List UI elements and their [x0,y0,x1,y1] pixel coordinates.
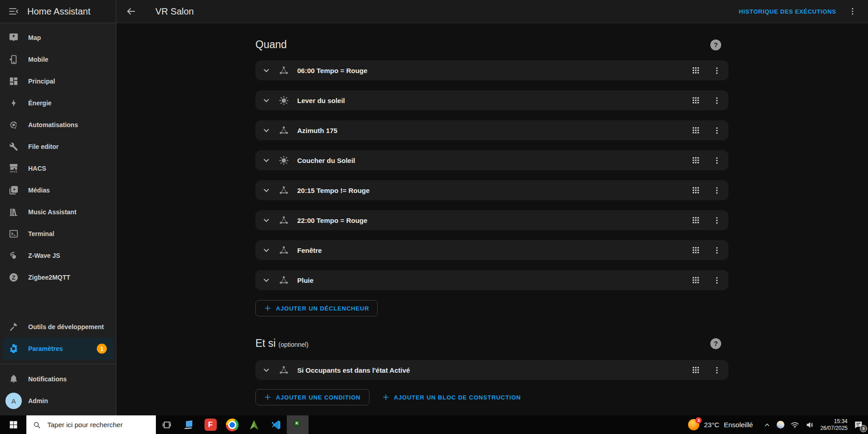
chrome-profile-badge: K [294,420,300,427]
taskbar-weather[interactable]: 3 23°C Ensoleillé [688,419,753,430]
sidebar-item-admin[interactable]: A Admin [0,390,116,412]
trigger-row[interactable]: Coucher du Soleil [255,150,728,170]
sidebar-item-hacs[interactable]: HACS HACS [0,158,116,179]
taskbar-app-chrome[interactable] [221,415,243,434]
drag-handle-icon[interactable] [692,126,700,134]
menu-toggle-icon[interactable] [8,6,19,17]
add-trigger-button[interactable]: AJOUTER UN DÉCLENCHEUR [255,300,378,316]
help-icon[interactable]: ? [710,39,721,50]
clock-date: 26/07/2025 [820,425,848,432]
row-menu-icon[interactable] [713,246,721,255]
trigger-label: Lever du soleil [297,97,345,104]
add-condition-button[interactable]: AJOUTER UNE CONDITION [255,389,369,405]
row-menu-icon[interactable] [713,186,721,195]
row-menu-icon[interactable] [713,156,721,165]
sidebar-item-notifications[interactable]: Notifications [0,368,116,390]
trigger-label: 22:00 Tempo = Rouge [297,217,367,224]
volume-icon[interactable] [805,420,814,429]
sidebar-item-automatisations[interactable]: Automatisations [0,114,116,136]
chevron-down-icon[interactable] [261,95,272,106]
row-menu-icon[interactable] [713,66,721,75]
wifi-icon[interactable] [790,420,799,429]
drag-handle-icon[interactable] [692,156,700,164]
sidebar-item-parametres[interactable]: Paramètres 1 [3,338,113,360]
taskbar-app-laptop[interactable] [178,415,200,434]
trigger-row[interactable]: Pluie [255,270,728,290]
taskbar-app-green-arrow[interactable] [243,415,265,434]
sidebar-item-file-editor[interactable]: File editor [0,136,116,158]
tray-weather-moon-icon[interactable] [777,421,784,429]
sun-icon [279,95,289,106]
trigger-row[interactable]: 22:00 Tempo = Rouge [255,210,728,230]
sidebar-item-label: Map [28,34,41,41]
chevron-down-icon[interactable] [261,245,272,256]
sidebar-item-music-assistant[interactable]: Music Assistant [0,201,116,223]
chevron-up-icon[interactable] [763,421,771,429]
sidebar-item-label: Notifications [28,375,67,383]
drag-handle-icon[interactable] [692,216,700,224]
trigger-label: 06:00 Tempo = Rouge [297,67,367,74]
drag-handle-icon[interactable] [692,276,700,284]
vscode-icon [270,419,282,431]
trigger-row[interactable]: Fenêtre [255,240,728,260]
trigger-row[interactable]: 06:00 Tempo = Rouge [255,60,728,80]
row-menu-icon[interactable] [713,216,721,225]
drag-handle-icon[interactable] [692,66,700,74]
windows-logo-icon [9,420,18,429]
run-history-button[interactable]: HISTORIQUE DES EXÉCUTIONS [739,8,836,15]
sidebar-item-dev-tools[interactable]: Outils de développement [0,316,116,338]
taskbar-app-vscode[interactable] [265,415,287,434]
chevron-down-icon[interactable] [261,155,272,166]
tooltip-account-icon [8,32,19,43]
chevron-down-icon[interactable] [261,365,272,375]
add-building-block-button[interactable]: AJOUTER UN BLOC DE CONSTRUCTION [376,389,528,405]
play-box-icon [8,185,19,196]
row-menu-icon[interactable] [713,96,721,105]
sidebar-item-zwave-js[interactable]: Z Z-Wave JS [0,245,116,266]
sidebar-item-map[interactable]: Map [0,27,116,49]
weather-alert-badge: 3 [695,417,702,424]
drag-handle-icon[interactable] [692,186,700,194]
sidebar-item-energie[interactable]: Énergie [0,92,116,114]
sidebar-item-label: Music Assistant [28,208,76,216]
row-menu-icon[interactable] [713,366,721,375]
taskbar-app-chrome-profile[interactable]: K [287,415,309,434]
avatar: A [8,395,19,406]
weather-sun-icon: 3 [688,419,699,430]
header-menu-icon[interactable] [848,7,857,16]
taskbar-app-red-f[interactable]: F [200,415,221,434]
row-menu-icon[interactable] [713,276,721,285]
row-menu-icon[interactable] [713,126,721,135]
chevron-down-icon[interactable] [261,275,272,286]
drag-handle-icon[interactable] [692,246,700,254]
sun-icon [279,155,289,166]
taskbar-clock[interactable]: 15:34 26/07/2025 [820,418,848,432]
sidebar-item-terminal[interactable]: Terminal [0,223,116,245]
chevron-down-icon[interactable] [261,65,272,76]
optional-label: (optionnel) [279,341,309,348]
help-icon[interactable]: ? [710,338,721,349]
back-button[interactable] [125,5,137,17]
chevron-down-icon[interactable] [261,215,272,226]
taskbar-search[interactable]: Taper ici pour rechercher [26,415,156,434]
task-view-button[interactable] [156,415,178,434]
sidebar-item-zigbee2mqtt[interactable]: Z Zigbee2MQTT [0,266,116,288]
trigger-row[interactable]: 20:15 Tempo != Rouge [255,180,728,200]
trigger-row[interactable]: Azimuth 175 [255,120,728,140]
drag-handle-icon[interactable] [692,366,700,374]
automation-graph-icon [279,65,289,76]
sidebar-item-principal[interactable]: Principal [0,70,116,92]
settings-badge: 1 [97,344,107,354]
trigger-row[interactable]: Lever du soleil [255,90,728,110]
chevron-down-icon[interactable] [261,125,272,136]
drag-handle-icon[interactable] [692,96,700,104]
chevron-down-icon[interactable] [261,185,272,196]
trigger-label: Coucher du Soleil [297,157,355,164]
dashboard-icon [8,76,19,87]
start-button[interactable] [0,415,26,434]
sidebar-item-medias[interactable]: Médias [0,179,116,201]
action-center-button[interactable]: 3 [853,420,863,430]
sidebar-item-label: Automatisations [28,121,78,128]
condition-row[interactable]: Si Occupants est dans l'état Activé [255,360,728,380]
sidebar-item-mobile[interactable]: Mobile [0,49,116,70]
